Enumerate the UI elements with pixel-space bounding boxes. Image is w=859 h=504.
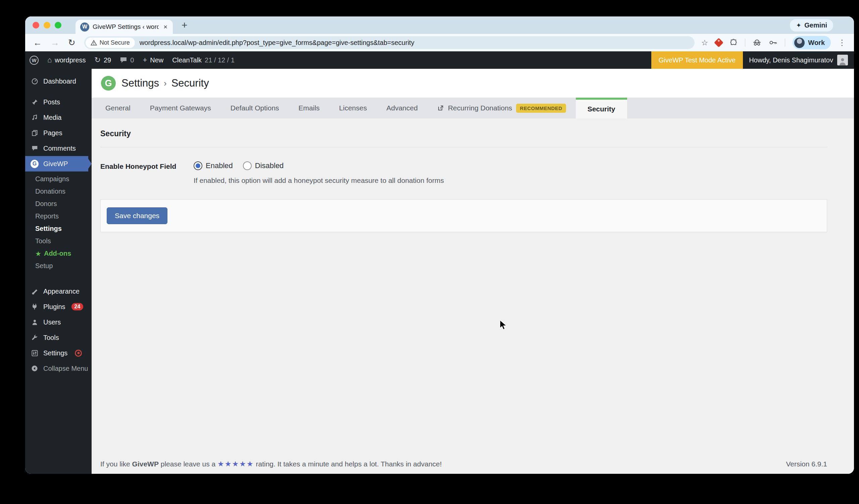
security-settings-pane: Security Enable Honeypot Field Enabled [92,119,854,474]
radio-option-disabled[interactable]: Disabled [243,162,284,170]
sidebar-label: Comments [43,144,76,152]
sidebar-item-comments[interactable]: Comments [25,141,92,156]
toolbar-divider [745,39,745,47]
honeypot-field-label: Enable Honeypot Field [100,162,184,185]
tab-general[interactable]: General [96,98,140,119]
wrench-icon [31,334,39,341]
radio-disabled-label: Disabled [255,162,284,170]
radio-option-enabled[interactable]: Enabled [194,162,233,170]
sidebar-item-posts[interactable]: Posts [25,94,92,110]
admin-workarea: Dashboard Posts Media Pages Comment [25,69,854,474]
section-divider [100,147,827,147]
new-content-menu[interactable]: + New [138,51,168,69]
submenu-item-settings[interactable]: Settings [25,223,92,235]
cleantalk-menu[interactable]: CleanTalk 21 / 12 / 1 [168,51,239,69]
submenu-item-campaigns[interactable]: Campaigns [25,173,92,185]
sidebar-item-pages[interactable]: Pages [25,125,92,141]
extension-red-icon[interactable] [714,38,723,47]
tab-licenses[interactable]: Licenses [330,98,377,119]
home-icon: ⌂ [47,56,52,64]
updates-menu[interactable]: ↻ 29 [90,51,116,69]
givewp-brand-text: GiveWP [132,460,159,468]
sidebar-item-givewp[interactable]: G GiveWP [25,156,92,171]
updates-count: 29 [104,56,111,64]
external-link-icon [437,105,444,111]
tab-default-options[interactable]: Default Options [221,98,289,119]
givewp-test-mode-badge[interactable]: GiveWP Test Mode Active [651,51,743,69]
sidebar-label: Dashboard [43,77,76,85]
tab-recurring-donations[interactable]: Recurring Donations RECOMMENDED [427,98,576,119]
sidebar-item-givewp-highlight: G GiveWP [25,156,88,171]
browser-window: W GiveWP Settings ‹ wordpress × + ✦ Gemi… [25,16,854,474]
breadcrumb-settings[interactable]: Settings [121,77,159,89]
rating-request-text: If you like GiveWP please leave us a ★★★… [100,460,442,469]
tab-security[interactable]: Security [576,98,627,119]
warning-triangle-icon [91,40,97,46]
new-tab-button[interactable]: + [182,19,187,31]
minimize-window-button[interactable] [44,22,50,29]
sidebar-label: Collapse Menu [43,365,88,372]
incognito-icon[interactable] [753,39,762,47]
submenu-item-donors[interactable]: Donors [25,198,92,210]
givewp-logo-icon: G [31,160,39,168]
plus-icon: + [142,56,147,64]
save-panel: Save changes [100,199,827,232]
sliders-icon [31,350,39,356]
wp-logo-menu[interactable]: W [25,51,43,69]
browser-profile-button[interactable]: Work [793,36,831,49]
zoom-window-button[interactable] [55,22,61,29]
browser-tab[interactable]: W GiveWP Settings ‹ wordpress × [75,20,173,34]
sidebar-item-users[interactable]: Users [25,315,92,330]
sidebar-label: Users [43,318,61,326]
sidebar-item-settings[interactable]: Settings [25,345,92,361]
password-key-icon[interactable] [769,39,778,47]
bookmark-star-icon[interactable]: ☆ [701,39,708,47]
browser-menu-kebab-icon[interactable]: ⋮ [838,39,846,47]
sidebar-label: Plugins [43,303,65,311]
tab-payment-gateways[interactable]: Payment Gateways [140,98,221,119]
sidebar-label: Posts [43,98,60,106]
pushpin-icon [31,99,39,105]
five-stars[interactable]: ★★★★★ [217,460,254,468]
sidebar-item-plugins[interactable]: Plugins 24 [25,299,92,315]
save-changes-button[interactable]: Save changes [107,208,167,224]
gemini-button[interactable]: ✦ Gemini [790,19,833,32]
account-menu[interactable]: Howdy, Denis Shagimuratov [743,55,854,65]
sidebar-item-tools[interactable]: Tools [25,330,92,345]
submenu-item-tools[interactable]: Tools [25,235,92,247]
site-name: wordpress [55,56,86,64]
sidebar-separator [25,89,92,94]
submenu-item-setup[interactable]: Setup [25,260,92,272]
breadcrumb-separator-icon: › [164,78,167,89]
page-footer: If you like GiveWP please leave us a ★★★… [100,460,827,469]
test-mode-label: GiveWP Test Mode Active [659,56,736,64]
back-button[interactable]: ← [33,38,42,47]
recommended-badge: RECOMMENDED [516,104,566,113]
sidebar-item-collapse-menu[interactable]: Collapse Menu [25,361,92,376]
tab-emails[interactable]: Emails [289,98,330,119]
comments-menu[interactable]: 0 [116,51,138,69]
radio-enabled-checked[interactable] [194,162,202,170]
sidebar-item-dashboard[interactable]: Dashboard [25,74,92,89]
sidebar-item-appearance[interactable]: Appearance [25,284,92,299]
url-text[interactable]: wordpress.local/wp-admin/edit.php?post_t… [140,39,415,47]
reload-button[interactable]: ↻ [68,38,75,47]
close-window-button[interactable] [32,22,39,29]
radio-disabled-unchecked[interactable] [243,162,252,170]
tab-advanced[interactable]: Advanced [376,98,427,119]
site-security-chip[interactable]: Not Secure [86,37,135,48]
extensions-puzzle-icon[interactable] [729,39,738,47]
profile-name: Work [808,39,825,47]
close-tab-icon[interactable]: × [162,23,169,31]
browser-toolbar: ← → ↻ Not Secure wordpress.local/wp-admi… [25,34,854,51]
gemini-icon: ✦ [796,21,801,29]
sidebar-item-media[interactable]: Media [25,110,92,125]
wordpress-logo-icon: W [30,56,39,65]
active-menu-arrow [88,159,92,169]
submenu-item-reports[interactable]: Reports [25,210,92,223]
address-bar[interactable]: Not Secure wordpress.local/wp-admin/edit… [84,36,695,49]
submenu-item-addons[interactable]: ★Add-ons [25,247,92,260]
user-avatar [837,55,848,65]
submenu-item-donations[interactable]: Donations [25,185,92,198]
site-name-menu[interactable]: ⌂ wordpress [43,51,90,69]
